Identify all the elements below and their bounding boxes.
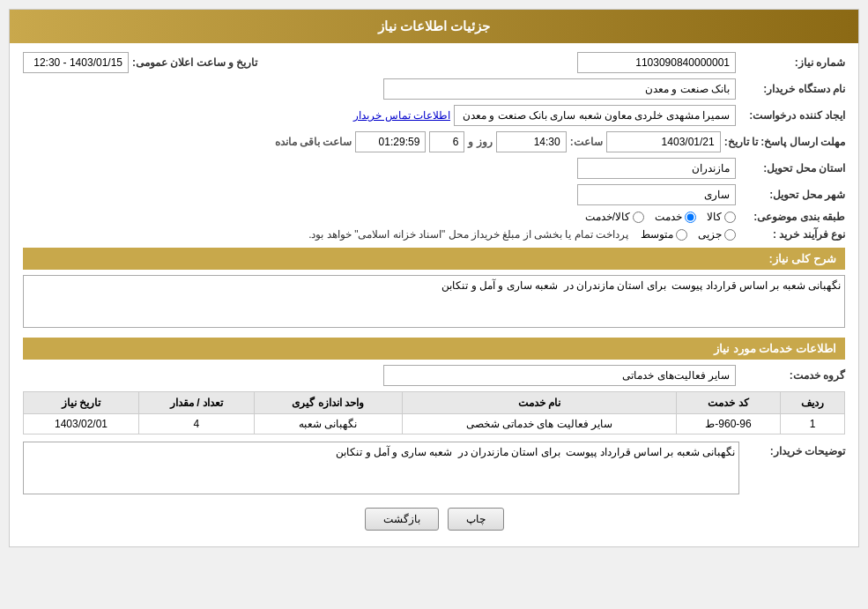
farayand-label: نوع فرآیند خرید : <box>739 228 845 241</box>
tosihaat-label: توضیحات خریدار: <box>739 442 845 457</box>
tarikh-label: تاریخ و ساعت اعلان عمومی: <box>132 56 257 69</box>
radio-jozi-input[interactable] <box>724 229 736 241</box>
ejad-label: ایجاد کننده درخواست: <box>739 109 845 122</box>
saat-label: ساعت: <box>570 136 603 148</box>
col-vahed: واحد اندازه گیری <box>254 392 402 414</box>
cell-tarikh: 1403/02/01 <box>24 414 139 434</box>
khadamat-table-section: ردیف کد خدمت نام خدمت واحد اندازه گیری ت… <box>23 391 845 434</box>
content-area: شماره نیاز: تاریخ و ساعت اعلان عمومی: نا… <box>10 43 858 546</box>
sharh-section-divider: شرح کلی نیاز: <box>23 248 845 270</box>
page-header: جزئیات اطلاعات نیاز <box>10 10 858 43</box>
radio-jozi-label: جزیی <box>698 228 722 241</box>
rooz-input[interactable] <box>429 131 464 152</box>
print-button[interactable]: چاپ <box>448 508 504 531</box>
goroh-khadamat-label: گروه خدمت: <box>739 369 845 382</box>
ostan-label: استان محل تحویل: <box>739 162 845 175</box>
mohlat-date-input[interactable] <box>606 131 721 152</box>
tosihaat-textarea[interactable]: نگهبانی شعبه بر اساس قرارداد پیوست برای … <box>23 442 739 494</box>
shomara-input[interactable] <box>577 52 736 73</box>
row-tabaqe: طبقه بندی موضوعی: کالا خدمت کالا/خدمت <box>23 211 845 223</box>
shomara-label: شماره نیاز: <box>739 56 845 69</box>
radio-jozi: جزیی <box>698 228 736 241</box>
khadamat-table: ردیف کد خدمت نام خدمت واحد اندازه گیری ت… <box>23 391 845 434</box>
radio-kala-label: کالا <box>707 211 722 223</box>
mohlat-label: مهلت ارسال پاسخ: تا تاریخ: <box>724 136 845 148</box>
tabaqe-radio-group: کالا خدمت کالا/خدمت <box>585 211 736 223</box>
row-goroh-khadamat: گروه خدمت: <box>23 365 845 386</box>
khadamat-section-label: اطلاعات خدمات مورد نیاز <box>714 342 836 355</box>
col-tarikh: تاریخ نیاز <box>24 392 139 414</box>
cell-vahed: نگهبانی شعبه <box>254 414 402 434</box>
saat-mande-input[interactable] <box>355 131 426 152</box>
farayand-radio-group: جزیی متوسط <box>641 228 736 241</box>
cell-kod: 960-96-ط <box>677 414 781 434</box>
row-shahr: شهر محل تحویل: <box>23 184 845 205</box>
sharh-section: نگهبانی شعبه بر اساس قرارداد پیوست برای … <box>23 275 845 330</box>
sharh-textarea[interactable]: نگهبانی شعبه بر اساس قرارداد پیوست برای … <box>23 275 845 328</box>
radio-khadamat-label: خدمت <box>655 211 682 223</box>
radio-motavasset-label: متوسط <box>641 228 673 241</box>
col-radif: ردیف <box>780 392 844 414</box>
page-title: جزئیات اطلاعات نیاز <box>378 19 490 33</box>
radio-kala: کالا <box>707 211 736 223</box>
tarikh-input[interactable] <box>23 52 129 73</box>
back-button[interactable]: بازگشت <box>365 508 439 531</box>
row-shomara: شماره نیاز: تاریخ و ساعت اعلان عمومی: <box>23 52 845 73</box>
cell-nam: سایر فعالیت های خدماتی شخصی <box>402 414 677 434</box>
row-ostan: استان محل تحویل: <box>23 158 845 179</box>
rooz-label: روز و <box>468 136 492 148</box>
khadamat-section-divider: اطلاعات خدمات مورد نیاز <box>23 338 845 360</box>
tosihaat-content: نگهبانی شعبه بر اساس قرارداد پیوست برای … <box>23 442 739 497</box>
col-kod: کد خدمت <box>677 392 781 414</box>
radio-khadamat-input[interactable] <box>685 212 696 223</box>
row-nam-dastgah: نام دستگاه خریدار: <box>23 78 845 100</box>
radio-kala-khadamat-label: کالا/خدمت <box>585 211 630 223</box>
radio-khadamat: خدمت <box>655 211 696 223</box>
col-tedad: تعداد / مقدار <box>139 392 255 414</box>
tabaqe-label: طبقه بندی موضوعی: <box>739 211 845 223</box>
radio-kala-khadamat-input[interactable] <box>633 212 644 223</box>
sharh-content: نگهبانی شعبه بر اساس قرارداد پیوست برای … <box>23 275 845 330</box>
radio-motavasset-input[interactable] <box>676 229 687 241</box>
table-row: 1 960-96-ط سایر فعالیت های خدماتی شخصی ن… <box>24 414 845 434</box>
farayand-text: پرداخت تمام یا بخشی از مبلغ خریداز محل "… <box>308 228 628 241</box>
radio-kala-khadamat: کالا/خدمت <box>585 211 644 223</box>
button-row: چاپ بازگشت <box>23 508 845 531</box>
radio-motavasset: متوسط <box>641 228 687 241</box>
row-mohlat: مهلت ارسال پاسخ: تا تاریخ: ساعت: روز و س… <box>23 131 845 152</box>
col-nam: نام خدمت <box>402 392 677 414</box>
ostan-input[interactable] <box>577 158 736 179</box>
radio-kala-input[interactable] <box>724 212 736 223</box>
etelaat-tamas-link[interactable]: اطلاعات تماس خریدار <box>353 109 450 122</box>
mohlat-saat-input[interactable] <box>496 131 567 152</box>
row-farayand: نوع فرآیند خرید : جزیی متوسط پرداخت تمام… <box>23 228 845 241</box>
saat-mande-label: ساعت باقی مانده <box>275 136 352 148</box>
row-ejad: ایجاد کننده درخواست: اطلاعات تماس خریدار <box>23 105 845 126</box>
nam-dastgah-label: نام دستگاه خریدار: <box>739 83 845 95</box>
goroh-khadamat-input[interactable] <box>383 365 736 386</box>
table-header-row: ردیف کد خدمت نام خدمت واحد اندازه گیری ت… <box>24 392 845 414</box>
tosihaat-section: توضیحات خریدار: نگهبانی شعبه بر اساس قرا… <box>23 442 845 497</box>
cell-radif: 1 <box>780 414 844 434</box>
shahr-label: شهر محل تحویل: <box>739 189 845 201</box>
ejad-input[interactable] <box>454 105 736 126</box>
shahr-input[interactable] <box>577 184 736 205</box>
sharh-section-label: شرح کلی نیاز: <box>768 252 836 265</box>
page-container: جزئیات اطلاعات نیاز شماره نیاز: تاریخ و … <box>9 9 859 547</box>
nam-dastgah-input[interactable] <box>383 78 736 100</box>
cell-tedad: 4 <box>139 414 255 434</box>
